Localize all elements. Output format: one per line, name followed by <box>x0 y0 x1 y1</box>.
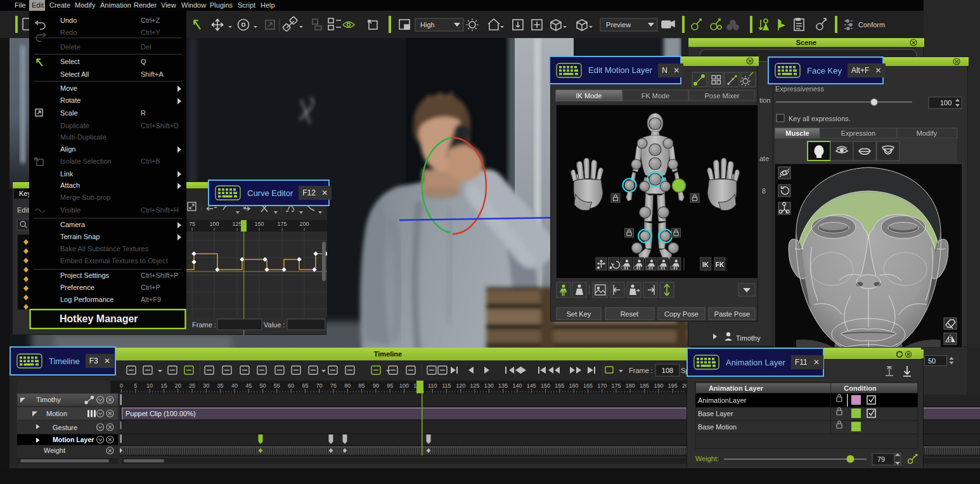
svg-text:50: 50 <box>259 383 266 389</box>
svg-text:Condition: Condition <box>844 384 877 392</box>
svg-text:175: 175 <box>611 383 621 389</box>
svg-text:90: 90 <box>373 383 379 389</box>
svg-text:150: 150 <box>541 383 550 389</box>
svg-text:130: 130 <box>484 383 494 389</box>
svg-text:Reset: Reset <box>621 310 639 318</box>
svg-text:115: 115 <box>442 383 451 389</box>
svg-text:Expression: Expression <box>841 129 875 137</box>
svg-text:25: 25 <box>189 383 195 389</box>
svg-text:60: 60 <box>288 383 294 389</box>
svg-text:45: 45 <box>245 383 252 389</box>
svg-text:Timothy: Timothy <box>36 396 61 403</box>
svg-text:Key all expressions.: Key all expressions. <box>789 115 851 122</box>
svg-text:Motion: Motion <box>46 410 67 417</box>
svg-text:100: 100 <box>940 99 951 107</box>
svg-text:185: 185 <box>640 383 649 389</box>
svg-text:IK Mode: IK Mode <box>576 92 602 100</box>
svg-text:Base Motion: Base Motion <box>698 423 737 431</box>
svg-text:Scene: Scene <box>796 39 816 46</box>
svg-text:Pose Mixer: Pose Mixer <box>704 92 739 100</box>
svg-text:65: 65 <box>302 383 308 389</box>
svg-text:120: 120 <box>456 383 465 389</box>
svg-text:5: 5 <box>134 383 137 389</box>
svg-text:Conform: Conform <box>858 21 885 29</box>
svg-text:Motion Layer: Motion Layer <box>53 436 94 443</box>
svg-text:180: 180 <box>626 383 635 389</box>
svg-text:Timothy: Timothy <box>736 334 761 342</box>
svg-text:AnimationLayer: AnimationLayer <box>698 396 747 404</box>
svg-text:30: 30 <box>203 383 209 389</box>
svg-text:20: 20 <box>175 383 181 389</box>
svg-text:Paste Pose: Paste Pose <box>714 310 750 318</box>
svg-text:Base Layer: Base Layer <box>698 410 733 417</box>
svg-text:0: 0 <box>120 383 123 389</box>
svg-text:Weight: Weight <box>44 447 65 454</box>
svg-text:155: 155 <box>555 383 564 389</box>
svg-text:200: 200 <box>299 221 309 227</box>
svg-text:85: 85 <box>359 383 365 389</box>
svg-text:75: 75 <box>330 383 337 389</box>
svg-text:35: 35 <box>217 383 224 389</box>
svg-text:tion: tion <box>759 96 771 104</box>
svg-text:Set Key: Set Key <box>567 310 591 318</box>
svg-text:125: 125 <box>232 221 242 227</box>
svg-text:195: 195 <box>668 383 678 389</box>
svg-text:Value :: Value : <box>264 321 285 329</box>
svg-text:Preview: Preview <box>606 21 631 29</box>
svg-text:High: High <box>420 21 435 29</box>
svg-text:150: 150 <box>254 221 264 227</box>
svg-text:Timeline: Timeline <box>374 350 402 358</box>
svg-text:110: 110 <box>428 383 437 389</box>
svg-text:140: 140 <box>512 383 522 389</box>
svg-text:79: 79 <box>877 455 885 463</box>
svg-text:40: 40 <box>231 383 238 389</box>
svg-text:170: 170 <box>597 383 607 389</box>
svg-text:Frame :: Frame : <box>192 321 216 329</box>
svg-text:75: 75 <box>189 221 195 227</box>
svg-text:Frame :: Frame : <box>629 367 653 374</box>
svg-text:Copy Pose: Copy Pose <box>664 310 699 318</box>
svg-text:165: 165 <box>583 383 593 389</box>
svg-text:10: 10 <box>146 383 153 389</box>
svg-text:190: 190 <box>654 383 663 389</box>
svg-text:FK: FK <box>716 261 725 268</box>
svg-text:100: 100 <box>399 383 409 389</box>
svg-text:55: 55 <box>274 383 280 389</box>
svg-text:108: 108 <box>662 367 673 374</box>
svg-text:Modify: Modify <box>917 129 938 137</box>
svg-text:100: 100 <box>209 221 219 227</box>
svg-text:ate: ate <box>759 155 769 162</box>
svg-text:Gesture: Gesture <box>53 424 77 431</box>
svg-text:Expressiveness: Expressiveness <box>775 85 825 93</box>
svg-text:145: 145 <box>527 383 536 389</box>
svg-text:70: 70 <box>316 383 323 389</box>
svg-text:80: 80 <box>344 383 351 389</box>
svg-text:160: 160 <box>569 383 579 389</box>
svg-text:95: 95 <box>387 383 393 389</box>
svg-text:175: 175 <box>277 221 287 227</box>
svg-text:Puppet Clip (100.00%): Puppet Clip (100.00%) <box>126 410 196 417</box>
svg-text:FK Mode: FK Mode <box>642 92 670 100</box>
svg-text:15: 15 <box>160 383 167 389</box>
svg-text:Weight:: Weight: <box>695 455 719 462</box>
svg-text:135: 135 <box>498 383 508 389</box>
svg-text:Muscle: Muscle <box>785 129 809 137</box>
svg-text:Animation Layer: Animation Layer <box>709 384 764 392</box>
svg-text:8: 8 <box>762 187 766 195</box>
svg-text:125: 125 <box>470 383 479 389</box>
svg-text:IK: IK <box>702 261 709 268</box>
